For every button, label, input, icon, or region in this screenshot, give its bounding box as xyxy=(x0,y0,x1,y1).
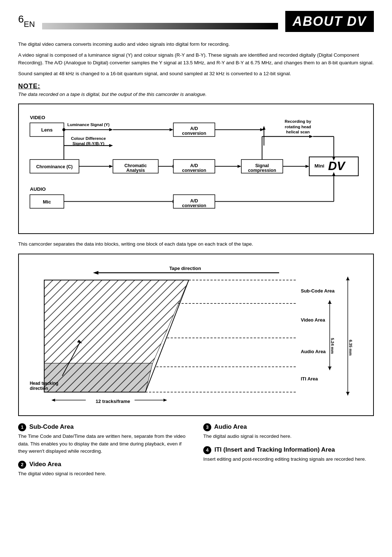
video-label: VIDEO xyxy=(30,115,45,120)
note-section: NOTE: The data recorded on a tape is dig… xyxy=(18,82,374,97)
ad2-label2: conversion xyxy=(182,168,207,173)
audio-area-label: Audio Area xyxy=(301,349,326,354)
chrominance-label: Chrominance (C) xyxy=(36,164,73,169)
section-3: 3 Audio Area The digital audio signal is… xyxy=(203,423,374,440)
tape-direction-label: Tape direction xyxy=(169,266,201,271)
between-text: This camcorder separates the data into b… xyxy=(18,241,374,248)
svg-marker-65 xyxy=(328,367,331,371)
signal-flow-diagram: VIDEO Lens Luminance Signal (Y) A/D conv… xyxy=(18,104,374,234)
section-3-title-text: Audio Area xyxy=(214,424,247,431)
dim1-label: 5.24 mm xyxy=(330,338,335,354)
section-1: 1 Sub-Code Area The Time Code and Date/T… xyxy=(18,423,189,455)
ad2-label: A/D xyxy=(190,163,198,168)
intro-para1: The digital video camera converts incomi… xyxy=(18,41,374,48)
page-header: 6EN ABOUT DV xyxy=(18,11,374,34)
svg-marker-43 xyxy=(93,271,98,275)
video-area-label: Video Area xyxy=(301,317,326,323)
colour-diff2: Signal (R-Y/B-Y) xyxy=(73,141,105,146)
chromatic-label2: Analysis xyxy=(126,168,145,173)
bottom-sections: 1 Sub-Code Area The Time Code and Date/T… xyxy=(18,423,374,483)
bottom-left: 1 Sub-Code Area The Time Code and Date/T… xyxy=(18,423,189,483)
note-text: The data recorded on a tape is digital, … xyxy=(18,92,374,97)
intro-para3: Sound sampled at 48 kHz is changed to a … xyxy=(18,70,374,77)
section-1-title-text: Sub-Code Area xyxy=(29,424,74,431)
section-3-body: The digital audio signal is recorded her… xyxy=(203,433,374,440)
svg-marker-60 xyxy=(52,399,55,401)
page-suffix: EN xyxy=(24,20,35,29)
section-4: 4 ITI (Insert and Tracking Information) … xyxy=(203,446,374,463)
lens-label: Lens xyxy=(41,127,53,133)
signal-comp-label2: compression xyxy=(248,168,276,173)
ad3-label: A/D xyxy=(190,198,198,203)
section-2-title: 2 Video Area xyxy=(18,461,189,469)
audio-label: AUDIO xyxy=(30,186,46,192)
luminance-label: Luminance Signal (Y) xyxy=(67,122,109,127)
svg-marker-23 xyxy=(306,165,309,168)
track-diagram: Tape direction xyxy=(18,254,374,416)
svg-marker-20 xyxy=(237,165,241,168)
note-title: NOTE: xyxy=(18,82,374,90)
section-4-body: Insert editing and post-recording editin… xyxy=(203,456,374,463)
svg-marker-62 xyxy=(163,399,167,401)
svg-marker-64 xyxy=(328,300,331,304)
svg-marker-67 xyxy=(346,277,349,280)
colour-diff1: Colour Difference xyxy=(71,136,106,141)
svg-marker-3 xyxy=(109,128,113,131)
iti-area-label: ITI Area xyxy=(301,376,318,382)
recording-label3: helical scan xyxy=(286,130,310,134)
recording-label2: rotating head xyxy=(285,125,311,129)
svg-marker-31 xyxy=(309,135,313,138)
mini-label: Mini xyxy=(315,163,324,169)
head-tracking-label1: Head tracking xyxy=(30,381,58,386)
recording-label1: Recording by xyxy=(285,119,311,124)
section-1-title: 1 Sub-Code Area xyxy=(18,423,189,431)
intro-para2: A video signal is composed of a luminanc… xyxy=(18,52,374,66)
dv-label: DV xyxy=(328,159,346,173)
sub-code-label: Sub-Code Area xyxy=(301,288,335,294)
svg-marker-14 xyxy=(109,165,113,168)
ad1-label2: conversion xyxy=(182,131,207,136)
section-1-body: The Time Code and Date/Time data are wri… xyxy=(18,433,189,455)
svg-marker-5 xyxy=(170,128,173,131)
section-2-title-text: Video Area xyxy=(29,461,61,468)
section-4-number: 4 xyxy=(203,446,211,454)
ad1-label: A/D xyxy=(190,126,198,131)
signal-comp-label1: Signal xyxy=(255,163,269,168)
section-2-number: 2 xyxy=(18,461,26,469)
section-4-title-text: ITI (Insert and Tracking Information) Ar… xyxy=(215,446,335,453)
bottom-right: 3 Audio Area The digital audio signal is… xyxy=(203,423,374,483)
page-number: 6EN xyxy=(18,11,35,34)
section-4-title: 4 ITI (Insert and Tracking Information) … xyxy=(203,446,374,454)
dim2-label: 6.35 mm xyxy=(348,340,353,356)
track-svg: Tape direction xyxy=(26,262,366,407)
svg-marker-28 xyxy=(262,126,265,130)
chromatic-label1: Chromatic xyxy=(124,163,147,168)
section-3-number: 3 xyxy=(203,423,211,431)
section-2: 2 Video Area The digital video signal is… xyxy=(18,461,189,477)
tracks-frame-label: 12 tracks/frame xyxy=(96,399,130,404)
svg-marker-11 xyxy=(109,144,113,147)
section-1-number: 1 xyxy=(18,423,26,431)
svg-marker-68 xyxy=(346,392,349,396)
ad3-label2: conversion xyxy=(182,203,207,208)
signal-flow-svg: VIDEO Lens Luminance Signal (Y) A/D conv… xyxy=(26,110,366,226)
header-bar xyxy=(42,23,278,29)
svg-marker-49 xyxy=(44,280,189,363)
section-2-body: The digital video signal is recorded her… xyxy=(18,470,189,477)
page-number-digit: 6 xyxy=(18,13,24,25)
head-tracking-label2: direction xyxy=(30,386,48,391)
mic-label: Mic xyxy=(43,199,51,205)
about-dv-title: ABOUT DV xyxy=(285,11,374,32)
section-3-title: 3 Audio Area xyxy=(203,423,374,431)
svg-marker-50 xyxy=(44,363,153,392)
